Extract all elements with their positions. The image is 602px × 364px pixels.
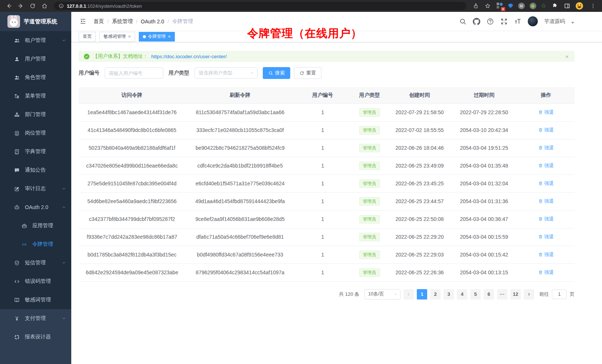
create-time-cell: 2022-07-29 21:58:50	[389, 103, 451, 121]
sidebar-item-label: 应用管理	[32, 222, 53, 229]
menu-item-icon	[22, 242, 27, 247]
sidebar-item[interactable]: 角色管理	[0, 68, 71, 87]
page-button[interactable]: 6	[484, 289, 494, 300]
page-size-select[interactable]: 10条/页	[364, 289, 400, 300]
force-logout-button[interactable]: 强退	[538, 162, 554, 169]
username[interactable]: 芋道源码	[544, 18, 565, 25]
user-type-tag: 管理员	[359, 144, 380, 152]
help-icon[interactable]	[487, 18, 494, 25]
sidebar-item[interactable]: 审计日志	[0, 179, 71, 198]
page-button[interactable]: 2	[430, 289, 441, 300]
alert-close-icon[interactable]: ×	[565, 53, 569, 60]
tab-close-icon[interactable]: ×	[168, 34, 171, 39]
gem-extension-icon[interactable]	[508, 4, 513, 8]
reset-button[interactable]: 重置	[294, 67, 321, 79]
tab-close-icon[interactable]: ×	[128, 34, 131, 39]
force-logout-button[interactable]: 强退	[538, 180, 554, 187]
share-icon[interactable]	[471, 1, 481, 10]
page-button[interactable]: 3	[444, 289, 454, 300]
page-button[interactable]: 1	[417, 289, 427, 300]
sidebar-item[interactable]: 岗位管理	[0, 124, 71, 142]
fullscreen-icon[interactable]	[500, 18, 508, 25]
tab[interactable]: 敏感词管理 ×	[99, 32, 135, 42]
force-logout-button[interactable]: 强退	[538, 269, 554, 276]
side-panel-icon[interactable]	[563, 1, 571, 10]
recorder-extension-icon[interactable]	[530, 3, 536, 9]
user-type-tag: 管理员	[359, 215, 380, 224]
reload-icon[interactable]	[27, 1, 38, 10]
sidebar-item[interactable]: 敏感词管理	[0, 291, 71, 309]
back-icon[interactable]	[4, 1, 14, 10]
extension-grid-icon[interactable]: 9	[497, 3, 503, 9]
table-header-row: 访问令牌 刷新令牌 用户编号 用户类型 创建时间 过期时间 操作	[79, 87, 575, 103]
github-icon[interactable]	[473, 18, 480, 25]
force-logout-button[interactable]: 强退	[538, 216, 554, 222]
user-id-cell: 1	[295, 192, 350, 210]
sidebar-item[interactable]: OAuth 2.0	[0, 198, 71, 216]
sidebar-item[interactable]: 菜单管理	[0, 87, 71, 105]
page-button[interactable]: ···	[497, 289, 507, 300]
force-logout-button[interactable]: 强退	[538, 145, 554, 151]
user-type-tag: 管理员	[359, 251, 380, 259]
col-refresh-token: 刷新令牌	[185, 87, 295, 103]
star-extension-icon[interactable]: ☆	[541, 3, 546, 9]
sidebar-item[interactable]: 支付管理	[0, 309, 71, 328]
sidebar-item-label: 字典管理	[25, 148, 46, 155]
breadcrumb-system[interactable]: 系统管理	[112, 18, 133, 25]
app-logo-row[interactable]: 芋道管理系统	[0, 12, 71, 31]
sidebar-item[interactable]: 部门管理	[0, 105, 71, 124]
doc-link[interactable]: https://doc.iocoder.cn/user-center/	[151, 54, 227, 59]
trash-icon	[538, 181, 543, 186]
search-icon[interactable]	[459, 18, 467, 25]
sidebar-item[interactable]: 通知公告	[0, 161, 71, 179]
prev-page-button[interactable]	[403, 289, 414, 300]
cmd-extension-icon[interactable]: ⌘	[518, 3, 525, 9]
force-logout-button[interactable]: 强退	[538, 109, 554, 116]
menu-item-icon	[14, 205, 20, 210]
menu-item-icon	[22, 223, 27, 229]
tab[interactable]: 令牌管理 ×	[139, 32, 175, 42]
page-button[interactable]: 12	[510, 289, 521, 300]
breadcrumb-home[interactable]: 首页	[94, 18, 104, 25]
home-icon[interactable]	[39, 1, 50, 10]
sidebar-item[interactable]: 报表设计器	[0, 328, 71, 346]
user-avatar[interactable]	[528, 16, 538, 26]
force-logout-button[interactable]: 强退	[538, 198, 554, 205]
sidebar-item[interactable]: 租户管理	[0, 31, 71, 50]
sidebar-item-label: 令牌管理	[32, 241, 53, 248]
breadcrumb-oauth[interactable]: OAuth 2.0	[141, 19, 164, 24]
sidebar-item[interactable]: 令牌管理	[0, 235, 71, 254]
user-id-input[interactable]	[105, 67, 163, 79]
url-bar[interactable]: 127.0.0.1:1024/system/oauth2/token	[54, 2, 466, 10]
expire-time-cell: 2054-03-10 20:42:34	[451, 121, 517, 139]
force-logout-button[interactable]: 强退	[538, 251, 554, 258]
force-logout-button[interactable]: 强退	[538, 127, 554, 133]
caret-down-icon[interactable]	[571, 22, 574, 24]
sidebar-item[interactable]: 短信管理	[0, 254, 71, 272]
sidebar-item-label: 部门管理	[25, 111, 46, 118]
puzzle-extension-icon[interactable]	[551, 1, 559, 10]
sidebar-item[interactable]: 字典管理	[0, 142, 71, 161]
profile-avatar-icon[interactable]	[576, 2, 583, 10]
forward-icon[interactable]	[16, 1, 26, 10]
next-page-button[interactable]	[524, 289, 534, 300]
sidebar-item[interactable]: 错误码管理	[0, 272, 71, 291]
search-button[interactable]: 搜索	[263, 67, 290, 79]
collapse-sidebar-icon[interactable]	[76, 15, 89, 28]
menu-item-icon	[14, 168, 20, 173]
sidebar-item[interactable]: 用户管理	[0, 50, 71, 68]
tab[interactable]: 首页 ×	[79, 32, 96, 42]
goto-page-input[interactable]	[552, 289, 567, 299]
bookmark-star-icon[interactable]	[482, 1, 493, 10]
browser-menu-icon[interactable]	[588, 1, 598, 10]
force-logout-button[interactable]: 强退	[538, 234, 554, 240]
user-type-select[interactable]: 请选择用户类型	[194, 67, 258, 79]
page-button[interactable]: 5	[470, 289, 481, 300]
app-logo	[7, 15, 20, 28]
sidebar-item[interactable]: 应用管理	[0, 216, 71, 235]
sidebar-item-label: 审计日志	[25, 185, 46, 192]
sidebar-item-label: 用户管理	[25, 56, 46, 62]
font-size-icon[interactable]	[514, 18, 521, 25]
page-button[interactable]: 4	[457, 289, 467, 300]
refresh-token-cell: e6cfd40eb1f54571a31e775e039c4624	[185, 175, 295, 192]
